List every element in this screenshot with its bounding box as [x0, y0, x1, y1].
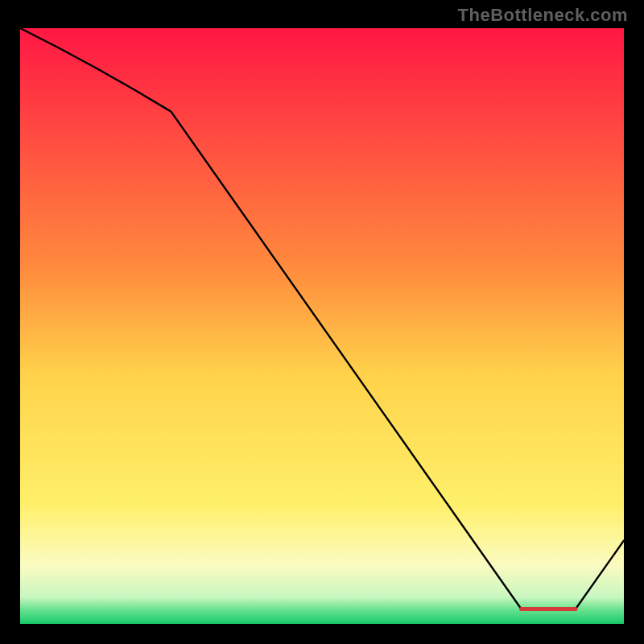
chart-svg [20, 28, 624, 624]
watermark-text: TheBottleneck.com [458, 5, 628, 26]
chart-container: TheBottleneck.com [0, 0, 644, 644]
plot-area [20, 28, 624, 624]
